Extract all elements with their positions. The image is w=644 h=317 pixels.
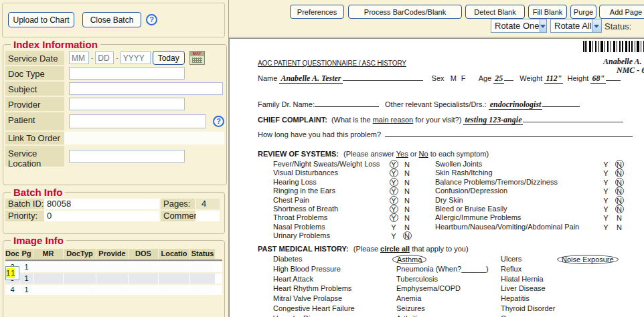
pages-value: 4 <box>196 199 220 209</box>
batch-info-section: Batch Info Batch ID: 80058 Pages: 4 Prio… <box>3 187 225 234</box>
rotate-one-select[interactable]: Rotate One <box>491 19 547 33</box>
service-date-yyyy-input[interactable] <box>120 51 151 64</box>
subject-label: Subject <box>5 82 64 96</box>
service-date-label: Service Date <box>5 51 64 65</box>
doc-type-row: Doc Type <box>5 66 224 80</box>
col-header-doc: Doc <box>5 249 19 259</box>
service-location-input[interactable] <box>69 150 185 163</box>
date-separator: - <box>91 54 93 62</box>
name-handwritten-value: Anabelle A. Tester <box>279 74 342 84</box>
document-patient-id: NMC - 6 <box>617 66 644 76</box>
batch-info-title: Batch Info <box>11 187 65 198</box>
upload-to-chart-button[interactable]: Upload to Chart <box>8 12 74 27</box>
patient-input[interactable] <box>69 114 206 128</box>
comment-label: Comment: <box>161 211 195 221</box>
service-date-dd-input[interactable] <box>95 51 114 64</box>
how-long-line: How long have you had this problem? <box>258 130 633 138</box>
patient-label: Patient <box>5 112 64 130</box>
weight-handwritten-value: 112" <box>544 74 563 84</box>
document-preview[interactable]: Anabelle A. T NMC - 6 AOC PATIENT QUESTI… <box>229 38 644 317</box>
link-to-order-row: Link To Order <box>5 132 224 144</box>
chief-complaint-line: CHIEF COMPLAINT: (What is the main reaso… <box>258 115 623 125</box>
specialists-handwritten-value: endocrinologist <box>489 100 543 110</box>
document-toolbar: Preferences Process BarCodes/Blank Detec… <box>229 0 644 37</box>
table-header-row: Doc Pg MR DocTyp Provide DOS Locatio Sta… <box>5 249 222 261</box>
rotate-all-select[interactable]: Rotate All <box>550 19 602 33</box>
ros-right-column: Swollen JointsYN Skin Rash/ItchingYN Bal… <box>435 160 626 231</box>
doc-type-label: Doc Type <box>5 66 64 80</box>
fill-blank-button[interactable]: Fill Blank <box>528 5 567 19</box>
preferences-button[interactable]: Preferences <box>290 5 344 19</box>
col-header-pg: Pg <box>20 249 33 259</box>
col-header-location: Locatio <box>159 249 189 259</box>
col-header-status: Status <box>190 249 215 259</box>
image-info-section: Image Info Doc Pg MR DocTyp Provide DOS … <box>3 235 225 317</box>
name-line: Name Anabelle A. Tester Sex M F Age 25 W… <box>258 74 621 84</box>
detect-blank-button[interactable]: Detect Blank <box>465 5 525 19</box>
batch-id-value: 80058 <box>44 199 159 209</box>
add-page-button[interactable]: Add Page <box>599 5 644 19</box>
document-title: AOC PATIENT QUESTIONNAIRE / ASC HISTORY <box>258 60 406 67</box>
table-row[interactable]: 4 1 <box>5 285 222 295</box>
pmh-column-1: Diabetes High Blood Pressure Heart Attac… <box>273 255 394 317</box>
col-header-mr: MR <box>33 249 63 259</box>
pmh-column-2: Asthma Pneumonia (When?______) Tuberculo… <box>396 255 500 317</box>
index-information-title: Index Information <box>11 39 100 50</box>
table-row[interactable]: 1 1 <box>5 266 19 280</box>
height-handwritten-value: 68" <box>590 74 606 84</box>
table-row[interactable]: 3 1 <box>5 274 222 284</box>
link-to-order-value <box>64 132 224 144</box>
subject-row: Subject <box>5 82 224 96</box>
table-row[interactable]: 2 1 <box>5 262 222 272</box>
patient-row: Patient ? <box>5 112 224 130</box>
chevron-down-icon[interactable] <box>592 19 601 32</box>
doc-type-input[interactable] <box>69 67 185 80</box>
purge-button[interactable]: Purge <box>570 5 596 19</box>
service-date-row: Service Date - - Today MAY <box>5 51 224 65</box>
chevron-down-icon[interactable] <box>540 19 547 32</box>
chief-complaint-handwritten-value: testing 123-angie <box>463 115 523 125</box>
link-to-order-label: Link To Order <box>5 132 64 144</box>
service-location-label: Service Location <box>5 146 64 167</box>
ros-left-column: Fever/Night Sweats/Weight LossYN Visual … <box>273 160 414 241</box>
provider-label: Provider <box>5 97 64 111</box>
close-batch-button[interactable]: Close Batch <box>82 12 141 27</box>
process-barcodes-button[interactable]: Process BarCodes/Blank <box>348 5 462 19</box>
col-header-doctype: DocTyp <box>64 249 96 259</box>
action-button-group: Upload to Chart Close Batch ? <box>2 3 225 37</box>
pmh-header: PAST MEDICAL HISTORY: (Please circle all… <box>258 245 469 253</box>
barcode-image <box>583 41 644 52</box>
image-info-table: Doc Pg MR DocTyp Provide DOS Locatio Sta… <box>5 249 222 295</box>
date-separator: - <box>116 54 118 62</box>
pmh-column-3: Ulcers Reflux Hiatal Hernia Liver Diseas… <box>501 255 560 317</box>
ros-header: REVIEW OF SYSTEMS: (Please answer Yes or… <box>258 150 489 158</box>
index-information-section: Index Information Service Date - - Today… <box>3 39 227 185</box>
index-panel: Upload to Chart Close Batch ? Index Info… <box>0 0 228 317</box>
priority-label: Priority: <box>5 211 44 221</box>
priority-value: 0 <box>44 211 159 221</box>
comment-value <box>196 211 220 221</box>
age-handwritten-value: 25 <box>493 74 504 84</box>
image-info-title: Image Info <box>11 235 66 246</box>
batch-id-label: Batch ID: <box>5 199 44 209</box>
family-dr-line: Family Dr. Name: Other relevant Speciali… <box>258 100 580 110</box>
col-header-dos: DOS <box>129 249 158 259</box>
service-location-row: Service Location <box>5 146 224 167</box>
status-label: Status: <box>605 21 631 31</box>
provider-row: Provider <box>5 97 224 111</box>
pages-label: Pages: <box>161 199 195 209</box>
provider-input[interactable] <box>69 98 185 110</box>
col-header-provider: Provide <box>96 249 128 259</box>
patient-help-icon[interactable]: ? <box>213 116 224 127</box>
calendar-icon[interactable]: MAY <box>189 51 205 65</box>
service-date-mm-input[interactable] <box>69 51 89 64</box>
today-button[interactable]: Today <box>153 51 185 65</box>
subject-input[interactable] <box>69 82 223 95</box>
pmh-column-4: Noise Exposure <box>561 255 628 265</box>
help-icon[interactable]: ? <box>146 14 157 25</box>
